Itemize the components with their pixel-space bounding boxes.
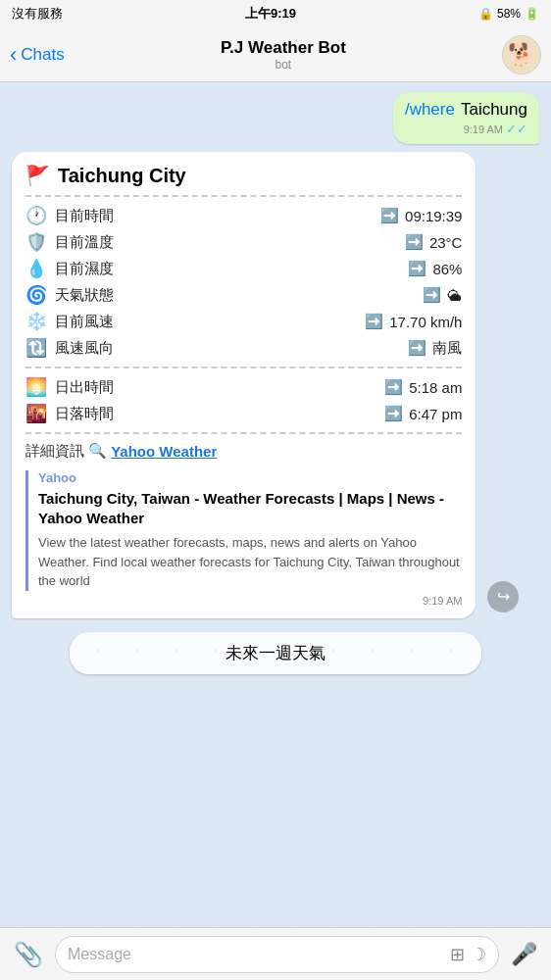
- battery-percent: 58%: [497, 7, 521, 21]
- quick-reply-row: 未來一週天氣: [12, 626, 539, 680]
- winddir-value: 南風: [432, 339, 462, 358]
- back-label[interactable]: Chats: [21, 45, 64, 65]
- status-bar: 沒有服務 上午9:19 🔒 58% 🔋: [0, 0, 551, 27]
- sunset-value: 6:47 pm: [409, 406, 462, 422]
- condition-icon: 🌀: [25, 284, 49, 306]
- yahoo-weather-link[interactable]: Yahoo Weather: [111, 443, 217, 460]
- chat-subtitle: bot: [221, 58, 346, 72]
- link-description: View the latest weather forecasts, maps,…: [38, 533, 462, 591]
- link-source: Yahoo: [38, 470, 462, 485]
- link-title: Taichung City, Taiwan - Weather Forecast…: [38, 489, 462, 527]
- moon-icon[interactable]: ☽: [471, 944, 486, 965]
- sunset-icon: 🌇: [25, 403, 49, 424]
- winddir-icon: 🔃: [25, 337, 49, 359]
- location-text: Taichung: [461, 100, 527, 120]
- weather-city-title: 🚩 Taichung City: [25, 164, 462, 187]
- condition-label-zh: 天氣狀態: [55, 286, 417, 305]
- chevron-left-icon: ‹: [10, 44, 17, 66]
- incoming-time: 9:19 AM: [25, 595, 462, 607]
- command-text: /where: [405, 100, 455, 120]
- battery-icon: 🔋: [525, 7, 539, 21]
- humidity-label-zh: 目前濕度: [55, 260, 402, 278]
- sun-rows: 🌅 日出時間 ➡️ 5:18 am 🌇 日落時間 ➡️ 6:47 pm: [25, 376, 462, 424]
- nav-center: P.J Weather Bot bot: [221, 38, 346, 72]
- message-placeholder: Message: [68, 946, 450, 963]
- lock-icon: 🔒: [478, 7, 493, 21]
- flag-icon: 🚩: [25, 164, 50, 187]
- arrow-icon-7: ➡️: [384, 378, 403, 396]
- avatar-emoji: 🐕: [508, 42, 534, 68]
- input-bar: 📎 Message ⊞ ☽ 🎤: [0, 927, 551, 980]
- arrow-icon-5: ➡️: [365, 313, 383, 330]
- humidity-icon: 💧: [25, 258, 49, 279]
- quick-reply-button[interactable]: 未來一週天氣: [70, 632, 481, 674]
- forward-button[interactable]: ↪: [487, 581, 519, 612]
- weather-row-winddir: 🔃 風速風向 ➡️ 南風: [25, 337, 462, 359]
- clock-icon: 🕐: [25, 205, 49, 226]
- temp-icon: 🛡️: [25, 231, 49, 253]
- time-label-zh: 目前時間: [55, 207, 375, 225]
- weather-row-temp: 🛡️ 目前溫度 ➡️ 23°C: [25, 231, 462, 253]
- mic-button[interactable]: 🎤: [507, 942, 541, 967]
- weather-row-windspeed: ❄️ 目前風速 ➡️ 17.70 km/h: [25, 311, 462, 332]
- weather-row-condition: 🌀 天氣狀態 ➡️ 🌥: [25, 284, 462, 306]
- back-button[interactable]: ‹ Chats: [10, 44, 65, 66]
- input-icon-group: ⊞ ☽: [450, 944, 486, 965]
- sunrise-icon: 🌅: [25, 376, 49, 398]
- winddir-label-zh: 風速風向: [55, 339, 402, 358]
- avatar[interactable]: 🐕: [502, 35, 541, 74]
- weather-row-humidity: 💧 目前濕度 ➡️ 86%: [25, 258, 462, 279]
- message-input-area[interactable]: Message ⊞ ☽: [55, 936, 499, 973]
- link-preview: Yahoo Taichung City, Taiwan - Weather Fo…: [25, 470, 462, 591]
- windspeed-label-zh: 目前風速: [55, 313, 359, 331]
- humidity-value: 86%: [432, 261, 462, 277]
- arrow-icon-6: ➡️: [408, 339, 426, 357]
- condition-value: 🌥: [447, 287, 462, 304]
- city-name: Taichung City: [58, 165, 186, 187]
- arrow-icon: ➡️: [380, 207, 399, 224]
- battery-area: 🔒 58% 🔋: [478, 7, 539, 21]
- arrow-icon-4: ➡️: [423, 286, 441, 304]
- detail-line: 詳細資訊 🔍 Yahoo Weather: [25, 442, 462, 461]
- current-time-value: 09:19:39: [405, 208, 462, 224]
- sticker-icon[interactable]: ⊞: [450, 944, 465, 965]
- weather-row-sunset: 🌇 日落時間 ➡️ 6:47 pm: [25, 403, 462, 424]
- outgoing-time: 9:19 AM ✓✓: [405, 122, 527, 136]
- weather-rows: 🕐 目前時間 ➡️ 09:19:39 🛡️ 目前溫度 ➡️ 23°C 💧 目前濕…: [25, 205, 462, 359]
- sunset-label-zh: 日落時間: [55, 405, 378, 423]
- time-label: 上午9:19: [245, 5, 296, 23]
- divider-3: [25, 432, 462, 434]
- detail-prefix: 詳細資訊 🔍: [25, 442, 107, 461]
- temp-label-zh: 目前溫度: [55, 233, 399, 252]
- attach-button[interactable]: 📎: [10, 941, 47, 968]
- outgoing-message: /where Taichung 9:19 AM ✓✓: [393, 92, 539, 144]
- windspeed-value: 17.70 km/h: [389, 314, 462, 330]
- weather-row-sunrise: 🌅 日出時間 ➡️ 5:18 am: [25, 376, 462, 398]
- weather-card: 🚩 Taichung City 🕐 目前時間 ➡️ 09:19:39 🛡️ 目前…: [25, 164, 462, 591]
- wind-icon: ❄️: [25, 311, 49, 332]
- chat-title: P.J Weather Bot: [221, 38, 346, 58]
- arrow-icon-2: ➡️: [405, 233, 424, 251]
- outgoing-text: /where Taichung: [405, 100, 527, 120]
- carrier-label: 沒有服務: [12, 5, 63, 23]
- read-check-icon: ✓✓: [506, 122, 527, 136]
- arrow-icon-8: ➡️: [384, 405, 403, 422]
- forward-icon: ↪: [497, 587, 510, 606]
- weather-row-time: 🕐 目前時間 ➡️ 09:19:39: [25, 205, 462, 226]
- chat-area: /where Taichung 9:19 AM ✓✓ 🚩 Taichung Ci…: [0, 82, 551, 927]
- divider-1: [25, 195, 462, 197]
- sunrise-value: 5:18 am: [409, 379, 462, 396]
- divider-2: [25, 367, 462, 368]
- sunrise-label-zh: 日出時間: [55, 378, 378, 397]
- incoming-weather-message: 🚩 Taichung City 🕐 目前時間 ➡️ 09:19:39 🛡️ 目前…: [12, 152, 476, 618]
- nav-bar: ‹ Chats P.J Weather Bot bot 🐕: [0, 27, 551, 82]
- arrow-icon-3: ➡️: [408, 260, 426, 277]
- temp-value: 23°C: [429, 234, 463, 251]
